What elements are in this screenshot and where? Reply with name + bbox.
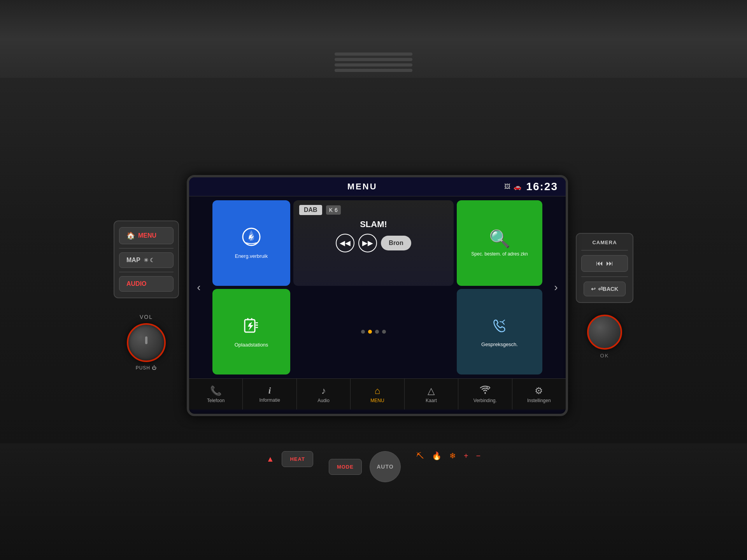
defrost-icon: ⛏ xyxy=(416,452,424,460)
fan-up-button[interactable]: + xyxy=(464,452,468,460)
energy-label: Energ.verbruik xyxy=(235,253,268,259)
dot-4 xyxy=(382,330,386,334)
next-track-button[interactable]: ▶▶ xyxy=(358,234,377,252)
bottom-controls-area: ▲ HEAT MODE AUTO ⛏ 🔥 ❄ + − xyxy=(0,443,747,560)
phone-icon xyxy=(490,316,509,339)
photo-icon: 🖼 xyxy=(504,183,510,191)
search-icon: 🔍 xyxy=(489,229,510,249)
vent-slat xyxy=(335,52,412,56)
charging-icon xyxy=(242,316,261,339)
vent-slat xyxy=(335,63,412,66)
climate-icons: ⛏ 🔥 ❄ + − xyxy=(416,451,480,460)
ok-knob[interactable] xyxy=(587,315,622,350)
volume-knob[interactable] xyxy=(127,323,166,362)
map-button[interactable]: MAP ☀ ☾ xyxy=(119,252,174,268)
mode-button[interactable]: MODE xyxy=(329,459,362,475)
call-history-tile[interactable]: Gespreksgesch. xyxy=(457,289,542,374)
heat-up-icon: ▲ xyxy=(267,455,274,463)
home-icon: 🏠 xyxy=(126,231,135,240)
menu-button[interactable]: 🏠 MENU xyxy=(119,227,174,244)
audio-button[interactable]: AUDIO xyxy=(119,276,174,292)
nav-label-audio: Audio xyxy=(317,398,330,403)
divider xyxy=(581,276,628,277)
auto-button[interactable]: AUTO xyxy=(370,451,401,482)
charging-tile[interactable]: Oplaadstations xyxy=(212,289,290,374)
wifi-nav-icon xyxy=(480,385,491,396)
nav-item-telefoon[interactable]: 📞 Telefoon xyxy=(189,379,243,410)
svg-point-8 xyxy=(487,387,489,388)
left-controls-panel: 🏠 MENU MAP ☀ ☾ AUDIO xyxy=(114,220,179,298)
dot-2 xyxy=(368,330,372,334)
radio-header: DAB K 6 xyxy=(299,205,448,215)
nav-label-instellingen: Instellingen xyxy=(527,398,551,403)
screen-title: MENU xyxy=(220,182,504,192)
radio-widget: DAB K 6 SLAM! ◀◀ ▶▶ Bron xyxy=(293,200,454,286)
nav-label-menu: MENU xyxy=(370,398,384,403)
vent-slat xyxy=(335,58,412,61)
call-label: Gespreksgesch. xyxy=(481,341,518,347)
home-nav-icon: ⌂ xyxy=(375,385,381,396)
dot-1 xyxy=(361,330,365,334)
dot-indicators xyxy=(361,327,386,336)
back-label: ⏎BACK xyxy=(598,286,618,292)
nav-item-verbinding[interactable]: Verbinding. xyxy=(458,379,512,410)
charging-label: Oplaadstations xyxy=(235,342,268,348)
nav-label-kaart: Kaart xyxy=(426,398,437,403)
nav-label-telefoon: Telefoon xyxy=(207,398,224,403)
nav-arrow-right[interactable]: › xyxy=(546,196,566,378)
dot-3 xyxy=(375,330,379,334)
bottom-nav: 📞 Telefoon i Informatie ♪ Audio ⌂ MENU △ xyxy=(189,378,566,410)
radio-station: SLAM! xyxy=(299,217,448,231)
nav-item-kaart[interactable]: △ Kaart xyxy=(405,379,458,410)
media-prev-next-button[interactable]: ⏮ ⏭ xyxy=(581,255,628,272)
status-icons: 🖼 🚗 xyxy=(504,183,521,191)
nav-item-informatie[interactable]: i Informatie xyxy=(243,379,296,410)
prev-icon: ⏮ xyxy=(596,259,603,268)
back-button[interactable]: ↩ ⏎BACK xyxy=(584,282,626,296)
top-vent xyxy=(0,0,747,78)
nav-item-instellingen[interactable]: ⚙ Instellingen xyxy=(512,379,566,410)
dashboard: 🏠 MENU MAP ☀ ☾ AUDIO VOL PUSH ⏻ xyxy=(0,0,747,560)
radio-controls: ◀◀ ▶▶ Bron xyxy=(299,234,448,252)
infotainment-wrapper: 🏠 MENU MAP ☀ ☾ AUDIO VOL PUSH ⏻ xyxy=(114,175,633,416)
nav-item-menu[interactable]: ⌂ MENU xyxy=(351,379,404,410)
status-right: 🖼 🚗 16:23 xyxy=(504,180,558,193)
channel-k: K xyxy=(329,207,333,213)
nav-label-informatie: Informatie xyxy=(259,397,280,403)
right-controls-panel: CAMERA ⏮ ⏭ ↩ ⏎BACK xyxy=(576,233,633,303)
channel-badge: K 6 xyxy=(326,205,341,215)
audio-nav-icon: ♪ xyxy=(321,385,326,396)
energy-icon xyxy=(242,227,261,250)
dab-badge: DAB xyxy=(299,205,322,215)
divider xyxy=(119,248,174,248)
prev-track-button[interactable]: ◀◀ xyxy=(336,234,354,252)
channel-num: 6 xyxy=(335,207,338,213)
infotainment-screen: MENU 🖼 🚗 16:23 ‹ xyxy=(187,175,568,416)
car-icon: 🚗 xyxy=(514,183,521,191)
settings-nav-icon: ⚙ xyxy=(535,385,543,396)
dot-area xyxy=(293,289,454,374)
back-icon: ↩ xyxy=(591,286,596,292)
ok-label: OK xyxy=(600,353,609,359)
heat-button[interactable]: HEAT xyxy=(282,451,313,467)
vent-slats xyxy=(335,51,412,74)
info-nav-icon: i xyxy=(268,385,271,396)
next-icon: ⏭ xyxy=(606,259,613,268)
main-content: ‹ xyxy=(189,196,566,378)
volume-area: VOL PUSH ⏻ xyxy=(127,314,166,371)
nav-arrow-left[interactable]: ‹ xyxy=(189,196,209,378)
fan-down-button[interactable]: − xyxy=(476,452,481,460)
energy-tile[interactable]: Energ.verbruik xyxy=(212,200,290,286)
seat-heat-icon: 🔥 xyxy=(432,451,442,460)
brightness-icon: ☀ ☾ xyxy=(144,257,155,263)
source-button[interactable]: Bron xyxy=(381,236,411,250)
phone-nav-icon: 📞 xyxy=(210,385,222,396)
heat-indicator: ▲ xyxy=(267,455,274,464)
divider xyxy=(581,250,628,250)
status-bar: MENU 🖼 🚗 16:23 xyxy=(189,177,566,196)
search-tile[interactable]: 🔍 Spec. bestem. of adres zkn xyxy=(457,200,542,286)
push-label: PUSH ⏻ xyxy=(136,365,157,371)
status-time: 16:23 xyxy=(526,180,558,193)
nav-item-audio[interactable]: ♪ Audio xyxy=(297,379,351,410)
map-nav-icon: △ xyxy=(428,385,435,396)
